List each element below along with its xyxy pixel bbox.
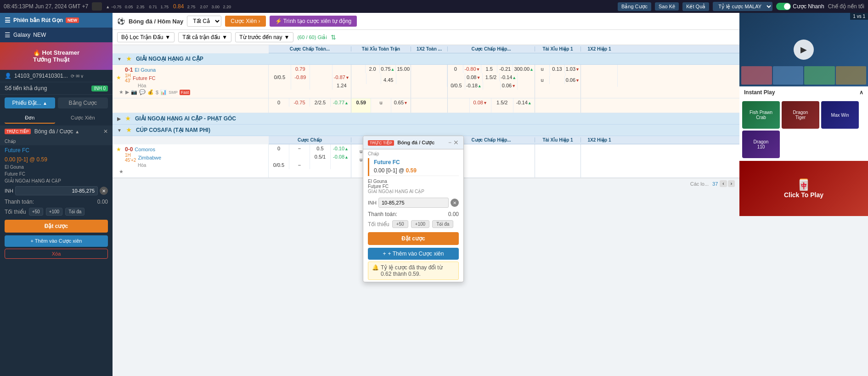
thumb-1[interactable] [741,66,772,85]
bang-cuoc-tab[interactable]: Bảng Cược [58,97,108,108]
dollar-action-icon[interactable]: $ [156,90,158,95]
row2-h2[interactable]: 2/2.5 [310,98,331,107]
tu-truoc-btn[interactable]: Từ trước đến nay ▼ [235,32,293,42]
tx-v10[interactable] [366,76,382,84]
nav-num[interactable]: 37 [712,181,718,187]
tx-v2[interactable]: 2.0 [366,65,380,73]
row2-o1[interactable]: -0.75 [289,98,310,107]
tat-ca-select[interactable]: Tất Cả [187,16,221,27]
row2-h1[interactable]: 0 [269,98,289,107]
ch-o8[interactable]: 0.06▼ [501,81,518,90]
fast-badge[interactable]: Fast [180,90,191,95]
chap-o2[interactable] [333,65,351,73]
ch-h1[interactable]: 0 [448,65,463,73]
chap-h6[interactable] [310,81,333,90]
txh-v7[interactable]: u [535,76,550,84]
chap-h5[interactable] [269,81,291,90]
comoros-star-icon[interactable]: ★ [119,169,124,175]
ch-o4[interactable]: 0.08▼ [465,73,483,81]
trinh-tao-btn[interactable]: ⚡ Trình tạo cược xiên tự động [270,16,357,27]
chap-o5[interactable] [291,81,310,90]
row2-v2[interactable]: 0.65▼ [391,98,411,113]
coin-action-icon[interactable]: 💰 [147,89,154,95]
dat-cuoc-btn[interactable]: Đặt cược [5,220,108,233]
comoros-team2[interactable]: Zimbabwe [138,155,161,160]
cuoc-xien-tab[interactable]: Cược Xiên [58,113,108,124]
ch-o7[interactable]: -0.18▲ [465,81,483,90]
ch-o1[interactable]: -0.80▼ [463,65,481,73]
game-dragon[interactable]: DragonTiger [782,101,819,129]
row2-ch4[interactable]: -0.14▲ [513,98,535,113]
match1-team1[interactable]: El Gouna [135,67,156,73]
tat-ca-tran-btn[interactable]: Tất cả trận đấu ▼ [178,32,231,42]
comoros-team1[interactable]: Comoros [135,147,155,152]
tx-v4[interactable]: 15.00 [396,65,411,73]
popup-plus50-btn[interactable]: +50 [392,220,408,228]
com-o6[interactable] [331,161,351,169]
com-h2[interactable]: 0.5 [310,144,331,153]
thumb-2[interactable] [773,66,804,85]
row2-ch2[interactable]: 0.08▼ [470,98,492,113]
instant-collapse-btn[interactable]: ∧ [859,89,863,96]
xoa-btn[interactable]: Xóa [5,249,108,259]
smp-badge[interactable]: SMP [169,90,178,95]
bang-cuoc-btn[interactable]: Bảng Cược [618,2,651,11]
phien-ban-btn[interactable]: ☰ Phiên bản Rút Gọn NEW [0,13,113,28]
league3-chevron[interactable]: ▼ [117,128,122,133]
chap-o6[interactable]: 1.24 [333,81,351,90]
game-max[interactable]: Max Win [821,101,859,129]
click-to-play-banner[interactable]: 🀄 Click To Play [739,161,868,216]
txh-v3[interactable]: 1.03▼ [565,65,581,73]
chap-h4[interactable] [310,73,333,81]
phieu-dat-tab[interactable]: Phiếu Đặt... ▲ [5,97,55,108]
chap-o1[interactable]: 0.79 [291,65,310,73]
popup-amount-input[interactable] [378,198,449,208]
x12h-v3[interactable] [581,87,618,98]
ch-o3[interactable]: 300.00▲ [513,65,535,73]
popup-plus100-btn[interactable]: +100 [411,220,430,228]
star-action-icon[interactable]: ★ [119,89,124,95]
league1-star[interactable]: ★ [126,56,131,62]
ch-h3[interactable] [448,73,465,81]
chap-h2[interactable] [310,65,333,73]
sort-icon[interactable]: ⇅ [331,34,336,41]
txh-v9[interactable]: 0.06▼ [565,76,581,84]
popup-clear-btn[interactable]: ✕ [451,199,459,207]
com-o4[interactable]: -0.08▲ [331,153,351,161]
ch-h4[interactable]: 1.5/2 [483,73,500,81]
don-tab[interactable]: Đơn [5,113,55,124]
ch-o2[interactable]: -0.21 [497,65,513,73]
cuoc-xien-btn[interactable]: Cược Xiên › [225,16,265,27]
com-o3[interactable] [289,153,310,161]
game-dragon2[interactable]: Dragon110 [742,131,780,158]
row2-o2[interactable]: -0.77▲ [331,98,351,107]
league2-star[interactable]: ★ [125,115,130,122]
row2-highlight[interactable]: 0.59 [351,98,371,113]
nav-next-btn[interactable]: › [728,180,735,187]
nav-prev-btn[interactable]: ‹ [720,180,727,187]
tx-v11[interactable]: 4.45 [381,76,396,84]
ch-h6[interactable] [483,81,501,90]
plus100-btn[interactable]: +100 [46,208,63,216]
galaxy-btn[interactable]: ☰ Galaxy NEW [0,28,113,42]
slip-amount-input[interactable] [15,186,98,195]
com-h6[interactable] [310,161,331,169]
league3-star[interactable]: ★ [126,127,131,133]
match1-team2[interactable]: Future FC [133,75,156,81]
ch-o6[interactable] [518,73,535,81]
plus50-btn[interactable]: +50 [29,208,43,216]
chap-o4[interactable]: -0.87▼ [333,73,351,81]
malay-select[interactable]: Tỷ lệ cược MALAY [713,2,772,11]
cuoc-nhanh-toggle[interactable]: Cược Nhanh [776,3,824,10]
slip-clear-btn[interactable]: ✕ [100,187,108,195]
video-action-icon[interactable]: 📷 [131,89,137,95]
league2-chevron[interactable]: ▶ [117,116,121,121]
thumb-3[interactable] [804,66,835,85]
league1-chevron[interactable]: ▼ [117,57,122,62]
top-search-input[interactable] [92,2,102,11]
com-h1[interactable]: 0 [269,144,289,153]
slip-close-icon[interactable]: ✕ [103,128,108,135]
x12-v2[interactable] [411,76,447,87]
com-o2[interactable]: -0.10▲ [331,144,351,153]
comoros-star[interactable]: ★ [116,146,121,153]
